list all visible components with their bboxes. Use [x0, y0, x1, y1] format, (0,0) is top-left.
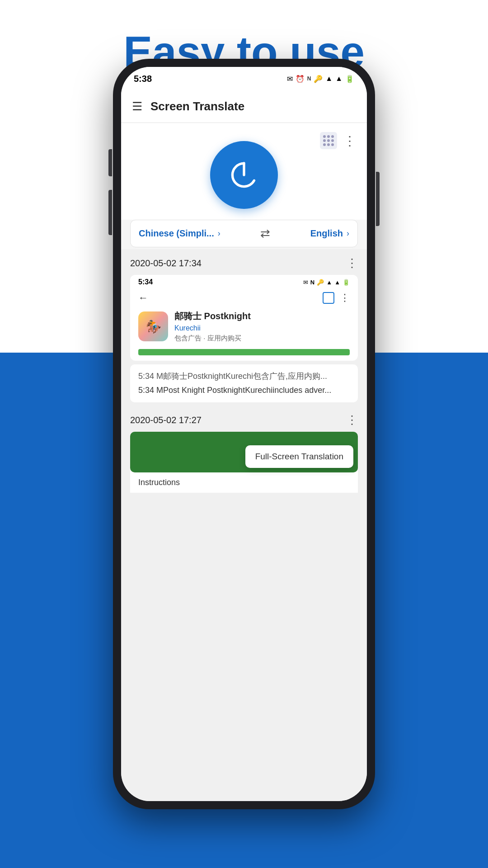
mini-wifi-icon: ▲ — [326, 279, 332, 286]
power-button — [376, 172, 380, 226]
more-options-icon[interactable]: ⋮ — [343, 133, 356, 148]
app-developer: Kurechii — [174, 324, 251, 332]
app-title: Screen Translate — [150, 99, 244, 113]
mini-key-icon: 🔑 — [317, 279, 324, 286]
mini-time: 5:34 — [138, 278, 153, 286]
status-time: 5:38 — [134, 74, 152, 84]
nfc-icon: N — [307, 75, 311, 82]
screenshot-select-icon[interactable] — [320, 132, 337, 149]
mini-signal-icon: ▲ — [334, 279, 340, 286]
app-info-row: 🏇 邮骑士 Postknight Kurechii 包含广告 · 应用内购买 — [130, 307, 358, 349]
target-lang-chevron: › — [347, 229, 349, 238]
source-lang-chevron: › — [218, 229, 221, 238]
instructions-text: Instructions — [138, 478, 180, 487]
history-timestamp-2: 2020-05-02 17:27 — [130, 415, 202, 425]
target-language-label: English — [310, 228, 343, 239]
history-timestamp-1: 2020-05-02 17:34 — [130, 258, 202, 269]
target-language-button[interactable]: English › — [310, 228, 349, 239]
alarm-icon: ⏰ — [296, 75, 305, 83]
mini-screenshot-icon — [323, 292, 334, 304]
mini-more-icon: ⋮ — [340, 292, 350, 304]
history-more-1[interactable]: ⋮ — [346, 256, 358, 270]
language-selector[interactable]: Chinese (Simpli... › ⇄ English › — [130, 220, 358, 247]
source-language-button[interactable]: Chinese (Simpli... › — [139, 228, 221, 239]
battery-icon: 🔋 — [345, 75, 354, 83]
mini-toolbar: ← ⋮ — [130, 289, 358, 307]
swap-languages-icon[interactable]: ⇄ — [260, 226, 270, 241]
mini-actions: ⋮ — [323, 292, 350, 304]
mini-status-bar: 5:34 ✉ N 🔑 ▲ ▲ 🔋 — [130, 275, 358, 289]
full-screen-translation-tooltip: Full-Screen Translation — [245, 445, 353, 468]
mini-battery-icon: 🔋 — [343, 279, 350, 286]
menu-icon[interactable]: ☰ — [132, 99, 142, 113]
app-icon: 🏇 — [138, 311, 168, 341]
app-name: 邮骑士 Postknight — [174, 310, 251, 322]
screenshot-card-2: Full-Screen Translation Instructions — [130, 432, 358, 493]
volume-up-button — [108, 149, 112, 176]
power-section: ⋮ — [121, 123, 367, 220]
key-icon: 🔑 — [314, 75, 323, 83]
toolbar-icons: ⋮ — [320, 132, 356, 149]
mail-icon: ✉ — [287, 75, 293, 83]
mini-nfc-icon: N — [310, 279, 314, 286]
source-language-label: Chinese (Simpli... — [139, 228, 214, 239]
app-bar: ☰ Screen Translate — [121, 90, 367, 123]
original-text-1: 5:34 M邮骑士PostknightKurechi包含广告,应用内购... — [138, 371, 350, 382]
status-bar: 5:38 ✉ ⏰ N 🔑 ▲ ▲ 🔋 — [121, 67, 367, 90]
history-header-2: 2020-05-02 17:27 ⋮ — [130, 406, 358, 432]
history-more-2[interactable]: ⋮ — [346, 413, 358, 427]
tooltip-text: Full-Screen Translation — [255, 452, 343, 461]
power-icon — [226, 157, 262, 193]
volume-down-button — [108, 190, 112, 235]
history-area: 2020-05-02 17:34 ⋮ 5:34 ✉ N 🔑 ▲ — [121, 249, 367, 801]
mini-mail-icon: ✉ — [303, 279, 308, 286]
mini-back-icon: ← — [138, 292, 148, 304]
status-icons: ✉ ⏰ N 🔑 ▲ ▲ 🔋 — [287, 75, 354, 83]
power-button-main[interactable] — [210, 141, 278, 209]
dark-green-bg: Full-Screen Translation — [130, 432, 358, 472]
history-item-1: 2020-05-02 17:34 ⋮ 5:34 ✉ N 🔑 ▲ — [130, 249, 358, 402]
wifi-icon: ▲ — [325, 75, 333, 83]
download-bar — [138, 349, 350, 355]
app-details: 邮骑士 Postknight Kurechii 包含广告 · 应用内购买 — [174, 310, 251, 343]
instructions-label: Instructions — [130, 472, 358, 493]
app-meta: 包含广告 · 应用内购买 — [174, 334, 251, 343]
translation-text-1: 5:34 M邮骑士PostknightKurechi包含广告,应用内购... 5… — [130, 364, 358, 402]
signal-icon: ▲ — [335, 75, 343, 83]
history-item-2: 2020-05-02 17:27 ⋮ Full-Screen Translati… — [130, 406, 358, 493]
mini-status-icons: ✉ N 🔑 ▲ ▲ 🔋 — [303, 279, 350, 286]
history-header-1: 2020-05-02 17:34 ⋮ — [130, 249, 358, 275]
translated-text-1: 5:34 MPost Knight PostknightKurechiinclu… — [138, 385, 350, 396]
screenshot-card-1: 5:34 ✉ N 🔑 ▲ ▲ 🔋 ← — [130, 275, 358, 361]
